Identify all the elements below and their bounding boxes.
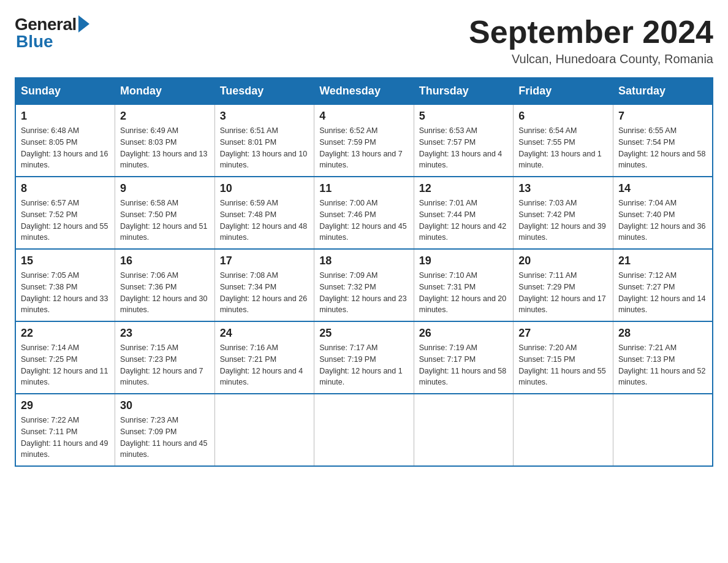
day-info: Sunrise: 6:55 AMSunset: 7:54 PMDaylight:… [618,125,707,171]
weekday-header: Saturday [613,78,713,104]
day-number: 18 [319,255,409,267]
day-info: Sunrise: 7:11 AMSunset: 7:29 PMDaylight:… [518,270,608,316]
day-number: 15 [21,255,110,267]
day-number: 16 [120,255,210,267]
calendar-day-cell: 6Sunrise: 6:54 AMSunset: 7:55 PMDaylight… [514,104,613,177]
calendar-header-row: SundayMondayTuesdayWednesdayThursdayFrid… [15,78,713,104]
calendar-day-cell: 9Sunrise: 6:58 AMSunset: 7:50 PMDaylight… [115,177,215,249]
weekday-header: Tuesday [214,78,314,104]
day-number: 28 [618,327,707,340]
calendar-day-cell: 14Sunrise: 7:04 AMSunset: 7:40 PMDayligh… [613,177,713,249]
day-info: Sunrise: 6:57 AMSunset: 7:52 PMDaylight:… [21,197,110,243]
calendar-day-cell: 28Sunrise: 7:21 AMSunset: 7:13 PMDayligh… [613,321,713,394]
day-info: Sunrise: 7:15 AMSunset: 7:23 PMDaylight:… [120,342,210,388]
calendar-day-cell: 23Sunrise: 7:15 AMSunset: 7:23 PMDayligh… [115,321,215,394]
calendar-day-cell [214,394,314,466]
day-number: 20 [518,255,608,267]
title-area: September 2024 Vulcan, Hunedoara County,… [469,15,713,66]
weekday-header: Thursday [414,78,514,104]
day-info: Sunrise: 6:54 AMSunset: 7:55 PMDaylight:… [518,125,608,171]
day-info: Sunrise: 6:51 AMSunset: 8:01 PMDaylight:… [220,125,309,171]
day-number: 3 [220,110,309,123]
day-number: 25 [319,327,409,340]
calendar-day-cell: 29Sunrise: 7:22 AMSunset: 7:11 PMDayligh… [15,394,115,466]
day-info: Sunrise: 7:10 AMSunset: 7:31 PMDaylight:… [419,270,509,316]
calendar-week-row: 29Sunrise: 7:22 AMSunset: 7:11 PMDayligh… [15,394,713,466]
day-number: 6 [518,110,608,123]
day-info: Sunrise: 7:20 AMSunset: 7:15 PMDaylight:… [518,342,608,388]
day-info: Sunrise: 7:23 AMSunset: 7:09 PMDaylight:… [120,415,210,461]
day-info: Sunrise: 7:03 AMSunset: 7:42 PMDaylight:… [518,197,608,243]
day-info: Sunrise: 7:00 AMSunset: 7:46 PMDaylight:… [319,197,409,243]
calendar-day-cell: 10Sunrise: 6:59 AMSunset: 7:48 PMDayligh… [214,177,314,249]
day-number: 11 [319,182,409,195]
calendar-day-cell: 20Sunrise: 7:11 AMSunset: 7:29 PMDayligh… [514,249,613,321]
day-info: Sunrise: 7:17 AMSunset: 7:19 PMDaylight:… [319,342,409,388]
day-number: 9 [120,182,210,195]
calendar-day-cell: 2Sunrise: 6:49 AMSunset: 8:03 PMDaylight… [115,104,215,177]
logo-arrow-icon [78,15,89,33]
calendar-day-cell: 4Sunrise: 6:52 AMSunset: 7:59 PMDaylight… [314,104,414,177]
calendar-week-row: 1Sunrise: 6:48 AMSunset: 8:05 PMDaylight… [15,104,713,177]
day-info: Sunrise: 7:22 AMSunset: 7:11 PMDaylight:… [21,415,110,461]
calendar-day-cell [314,394,414,466]
day-info: Sunrise: 6:58 AMSunset: 7:50 PMDaylight:… [120,197,210,243]
calendar-day-cell: 8Sunrise: 6:57 AMSunset: 7:52 PMDaylight… [15,177,115,249]
day-number: 2 [120,110,210,123]
calendar-day-cell: 16Sunrise: 7:06 AMSunset: 7:36 PMDayligh… [115,249,215,321]
weekday-header: Monday [115,78,215,104]
day-number: 22 [21,327,110,340]
calendar-day-cell: 5Sunrise: 6:53 AMSunset: 7:57 PMDaylight… [414,104,514,177]
calendar-week-row: 15Sunrise: 7:05 AMSunset: 7:38 PMDayligh… [15,249,713,321]
calendar-day-cell: 13Sunrise: 7:03 AMSunset: 7:42 PMDayligh… [514,177,613,249]
calendar-day-cell: 26Sunrise: 7:19 AMSunset: 7:17 PMDayligh… [414,321,514,394]
day-number: 29 [21,399,110,412]
day-info: Sunrise: 7:16 AMSunset: 7:21 PMDaylight:… [220,342,309,388]
day-number: 21 [618,255,707,267]
day-info: Sunrise: 6:52 AMSunset: 7:59 PMDaylight:… [319,125,409,171]
weekday-header: Friday [514,78,613,104]
day-number: 19 [419,255,509,267]
calendar-day-cell: 25Sunrise: 7:17 AMSunset: 7:19 PMDayligh… [314,321,414,394]
page-header: General Blue September 2024 Vulcan, Hune… [15,15,713,66]
day-info: Sunrise: 6:53 AMSunset: 7:57 PMDaylight:… [419,125,509,171]
day-number: 5 [419,110,509,123]
day-info: Sunrise: 7:01 AMSunset: 7:44 PMDaylight:… [419,197,509,243]
location: Vulcan, Hunedoara County, Romania [469,52,713,66]
month-title: September 2024 [469,15,713,50]
day-number: 4 [319,110,409,123]
calendar-day-cell: 15Sunrise: 7:05 AMSunset: 7:38 PMDayligh… [15,249,115,321]
day-info: Sunrise: 7:08 AMSunset: 7:34 PMDaylight:… [220,270,309,316]
calendar-day-cell: 19Sunrise: 7:10 AMSunset: 7:31 PMDayligh… [414,249,514,321]
day-info: Sunrise: 7:05 AMSunset: 7:38 PMDaylight:… [21,270,110,316]
day-info: Sunrise: 7:04 AMSunset: 7:40 PMDaylight:… [618,197,707,243]
calendar-day-cell: 12Sunrise: 7:01 AMSunset: 7:44 PMDayligh… [414,177,514,249]
calendar-day-cell: 30Sunrise: 7:23 AMSunset: 7:09 PMDayligh… [115,394,215,466]
weekday-header: Wednesday [314,78,414,104]
day-number: 13 [518,182,608,195]
calendar-week-row: 8Sunrise: 6:57 AMSunset: 7:52 PMDaylight… [15,177,713,249]
day-info: Sunrise: 7:12 AMSunset: 7:27 PMDaylight:… [618,270,707,316]
day-number: 17 [220,255,309,267]
day-info: Sunrise: 7:19 AMSunset: 7:17 PMDaylight:… [419,342,509,388]
calendar-day-cell: 1Sunrise: 6:48 AMSunset: 8:05 PMDaylight… [15,104,115,177]
calendar-day-cell: 18Sunrise: 7:09 AMSunset: 7:32 PMDayligh… [314,249,414,321]
calendar-day-cell: 22Sunrise: 7:14 AMSunset: 7:25 PMDayligh… [15,321,115,394]
calendar-day-cell: 27Sunrise: 7:20 AMSunset: 7:15 PMDayligh… [514,321,613,394]
calendar-day-cell: 7Sunrise: 6:55 AMSunset: 7:54 PMDaylight… [613,104,713,177]
day-info: Sunrise: 7:09 AMSunset: 7:32 PMDaylight:… [319,270,409,316]
calendar-day-cell [414,394,514,466]
day-info: Sunrise: 7:06 AMSunset: 7:36 PMDaylight:… [120,270,210,316]
day-number: 12 [419,182,509,195]
day-number: 30 [120,399,210,412]
day-number: 26 [419,327,509,340]
day-number: 10 [220,182,309,195]
day-info: Sunrise: 7:21 AMSunset: 7:13 PMDaylight:… [618,342,707,388]
calendar-day-cell: 11Sunrise: 7:00 AMSunset: 7:46 PMDayligh… [314,177,414,249]
calendar-week-row: 22Sunrise: 7:14 AMSunset: 7:25 PMDayligh… [15,321,713,394]
day-info: Sunrise: 7:14 AMSunset: 7:25 PMDaylight:… [21,342,110,388]
day-number: 1 [21,110,110,123]
calendar-day-cell: 3Sunrise: 6:51 AMSunset: 8:01 PMDaylight… [214,104,314,177]
day-number: 14 [618,182,707,195]
calendar-day-cell [613,394,713,466]
